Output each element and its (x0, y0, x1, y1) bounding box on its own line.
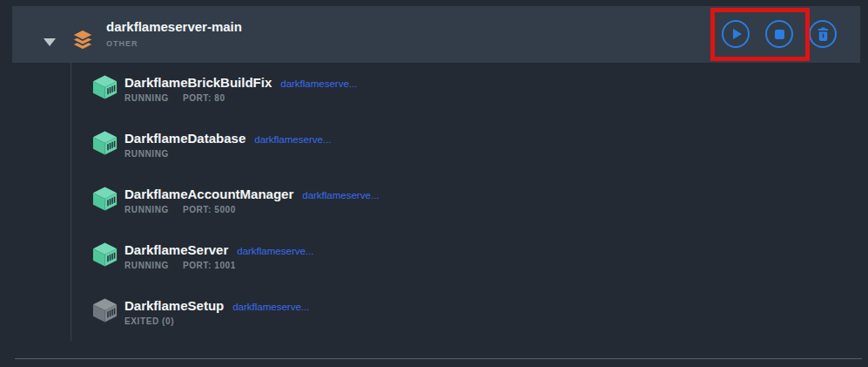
container-port: PORT: 1001 (183, 261, 236, 270)
divider (15, 358, 862, 359)
container-row[interactable]: DarkflameServer darkflameserve... RUNNIN… (0, 237, 868, 293)
group-title: darkflameserver-main (106, 18, 242, 35)
container-image-link[interactable]: darkflameserve... (232, 302, 309, 312)
container-name: DarkflameDatabase (124, 131, 246, 146)
container-box-icon (91, 297, 119, 323)
container-port: PORT: 5000 (183, 205, 236, 214)
container-status: EXITED (0) (124, 316, 174, 326)
delete-group-button[interactable] (809, 20, 837, 48)
container-status: RUNNING (124, 93, 169, 103)
container-status: RUNNING (124, 205, 169, 214)
stack-group-header[interactable]: darkflameserver-main OTHER (12, 6, 860, 63)
stack-layers-icon (71, 30, 95, 54)
container-box-icon (91, 241, 119, 268)
container-port: PORT: 80 (183, 93, 225, 103)
container-image-link[interactable]: darkflameserve... (237, 246, 313, 256)
container-row[interactable]: DarkflameAccountManager darkflameserve..… (0, 181, 868, 237)
trash-icon (817, 27, 830, 42)
group-subtitle: OTHER (106, 39, 242, 48)
container-row[interactable]: DarkflameBrickBuildFix darkflameserve...… (0, 70, 868, 126)
container-name: DarkflameBrickBuildFix (124, 75, 272, 90)
container-image-link[interactable]: darkflameserve... (280, 78, 357, 89)
play-icon (733, 29, 742, 39)
start-group-button[interactable] (722, 20, 750, 48)
container-status: RUNNING (124, 261, 169, 270)
container-image-link[interactable]: darkflameserve... (302, 190, 379, 200)
container-row[interactable]: DarkflameSetup darkflameserve... EXITED … (0, 293, 868, 349)
container-box-icon (91, 186, 119, 212)
container-status: RUNNING (124, 149, 169, 159)
group-actions (722, 20, 837, 48)
container-box-icon (91, 74, 119, 100)
container-box-icon (91, 130, 119, 156)
container-image-link[interactable]: darkflameserve... (254, 134, 331, 145)
stop-icon (775, 30, 784, 39)
container-name: DarkflameServer (124, 242, 228, 257)
container-list: DarkflameBrickBuildFix darkflameserve...… (0, 70, 868, 349)
container-name: DarkflameSetup (124, 298, 224, 313)
collapse-caret-icon[interactable] (44, 38, 56, 46)
container-group-panel: darkflameserver-main OTHER (0, 0, 868, 367)
container-row[interactable]: DarkflameDatabase darkflameserve... RUNN… (0, 126, 868, 181)
container-name: DarkflameAccountManager (124, 187, 293, 201)
stop-group-button[interactable] (765, 20, 793, 48)
